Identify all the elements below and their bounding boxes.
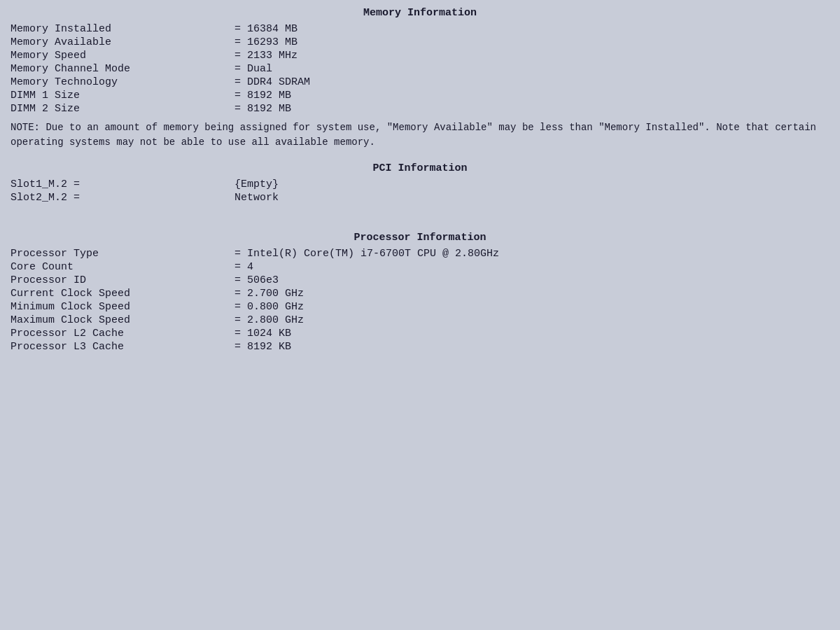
row-value: {Empty} (234, 178, 279, 190)
row-label: Minimum Clock Speed (10, 301, 234, 313)
memory-title: Memory Information (10, 7, 830, 19)
table-row: Slot1_M.2 ={Empty} (10, 178, 830, 190)
row-value: = Intel(R) Core(TM) i7-6700T CPU @ 2.80G… (234, 248, 499, 260)
pci-title: PCI Information (10, 162, 830, 174)
table-row: Processor L3 Cache= 8192 KB (10, 341, 830, 353)
processor-title: Processor Information (10, 232, 830, 244)
table-row: Current Clock Speed= 2.700 GHz (10, 288, 830, 300)
pci-table: Slot1_M.2 ={Empty}Slot2_M.2 =Network (10, 178, 830, 204)
row-label: Memory Technology (10, 76, 234, 88)
pci-section: PCI Information Slot1_M.2 ={Empty}Slot2_… (10, 162, 830, 204)
memory-note: NOTE: Due to an amount of memory being a… (10, 120, 830, 150)
row-value: = 2133 MHz (234, 50, 298, 62)
row-value: = 2.700 GHz (234, 288, 304, 300)
row-value: = 4 (234, 261, 253, 273)
memory-table: Memory Installed= 16384 MBMemory Availab… (10, 23, 830, 115)
row-value: = 1024 KB (234, 328, 291, 340)
row-value: Network (234, 192, 279, 204)
row-label: DIMM 2 Size (10, 103, 234, 115)
row-value: = 0.800 GHz (234, 301, 304, 313)
row-label: DIMM 1 Size (10, 90, 234, 102)
row-value: = DDR4 SDRAM (234, 76, 310, 88)
row-value: = 8192 MB (234, 90, 291, 102)
table-row: Memory Available= 16293 MB (10, 36, 830, 48)
row-label: Maximum Clock Speed (10, 314, 234, 326)
table-row: Memory Channel Mode= Dual (10, 63, 830, 75)
row-label: Processor L2 Cache (10, 328, 234, 340)
row-value: = 8192 MB (234, 103, 291, 115)
row-label: Memory Available (10, 36, 234, 48)
table-row: Processor ID= 506e3 (10, 274, 830, 286)
row-value: = 8192 KB (234, 341, 291, 353)
table-row: Processor Type= Intel(R) Core(TM) i7-670… (10, 248, 830, 260)
row-value: = 2.800 GHz (234, 314, 304, 326)
processor-table: Processor Type= Intel(R) Core(TM) i7-670… (10, 248, 830, 353)
table-row: DIMM 1 Size= 8192 MB (10, 90, 830, 102)
row-label: Core Count (10, 261, 234, 273)
row-value: = 506e3 (234, 274, 279, 286)
table-row: Minimum Clock Speed= 0.800 GHz (10, 301, 830, 313)
row-value: = 16293 MB (234, 36, 298, 48)
table-row: Memory Installed= 16384 MB (10, 23, 830, 35)
row-label: Processor L3 Cache (10, 341, 234, 353)
table-row: Processor L2 Cache= 1024 KB (10, 328, 830, 340)
row-value: = 16384 MB (234, 23, 298, 35)
row-label: Memory Speed (10, 50, 234, 62)
table-row: Core Count= 4 (10, 261, 830, 273)
row-value: = Dual (234, 63, 272, 75)
row-label: Processor ID (10, 274, 234, 286)
row-label: Slot1_M.2 = (10, 178, 234, 190)
memory-section: Memory Information Memory Installed= 163… (10, 7, 830, 150)
table-row: DIMM 2 Size= 8192 MB (10, 103, 830, 115)
table-row: Memory Technology= DDR4 SDRAM (10, 76, 830, 88)
table-row: Slot2_M.2 =Network (10, 192, 830, 204)
row-label: Slot2_M.2 = (10, 192, 234, 204)
row-label: Processor Type (10, 248, 234, 260)
processor-section: Processor Information Processor Type= In… (10, 232, 830, 353)
row-label: Current Clock Speed (10, 288, 234, 300)
row-label: Memory Channel Mode (10, 63, 234, 75)
row-label: Memory Installed (10, 23, 234, 35)
table-row: Maximum Clock Speed= 2.800 GHz (10, 314, 830, 326)
table-row: Memory Speed= 2133 MHz (10, 50, 830, 62)
